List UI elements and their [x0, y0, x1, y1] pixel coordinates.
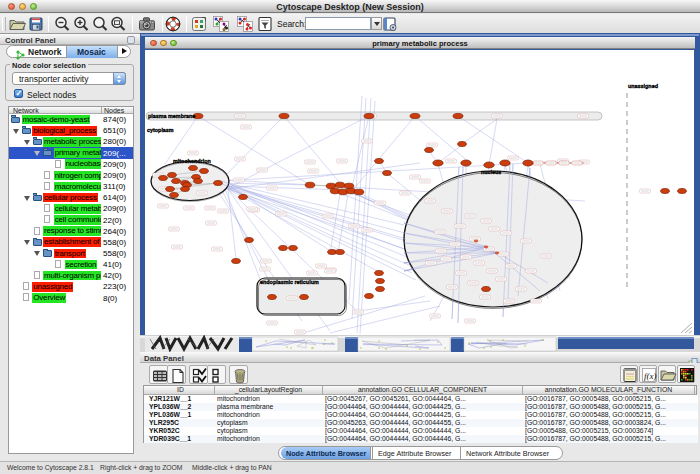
- svg-text:nucleus: nucleus: [481, 169, 501, 175]
- svg-text:plasma membrane: plasma membrane: [148, 113, 195, 119]
- svg-text:unassigned: unassigned: [628, 83, 658, 89]
- svg-text:f(x): f(x): [644, 371, 657, 381]
- svg-text:mitochondrion: mitochondrion: [173, 158, 211, 164]
- svg-text:cytoplasm: cytoplasm: [147, 127, 174, 133]
- svg-text:endoplasmic reticulum: endoplasmic reticulum: [260, 279, 319, 285]
